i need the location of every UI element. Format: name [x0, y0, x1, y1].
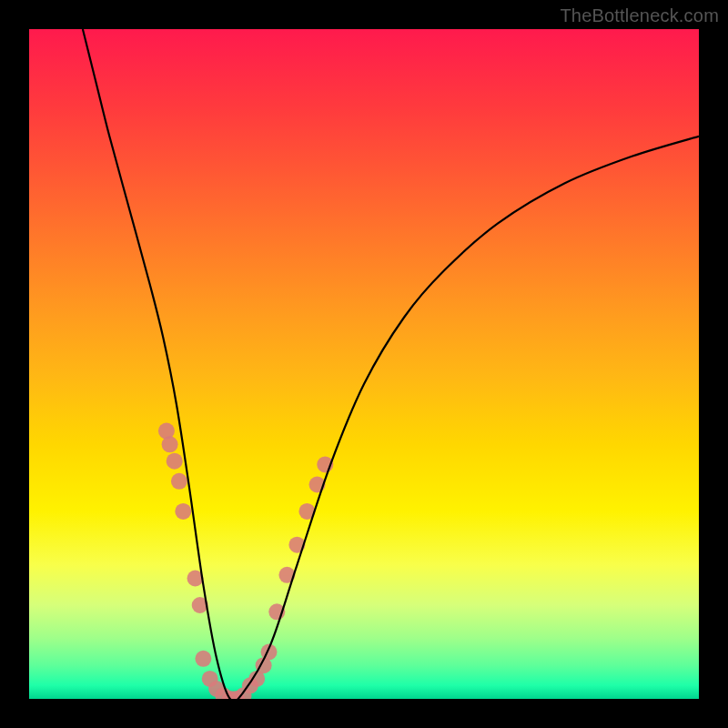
highlight-marker: [175, 503, 191, 520]
bottleneck-chart-svg: [29, 29, 699, 699]
highlight-marker: [162, 436, 178, 452]
highlight-marker: [171, 473, 187, 490]
bottleneck-curve: [83, 29, 699, 699]
highlight-marker: [167, 453, 183, 470]
chart-plot-area: [29, 29, 699, 699]
marker-group: [158, 423, 333, 699]
attribution-text: TheBottleneck.com: [560, 5, 719, 26]
highlight-marker: [195, 651, 211, 667]
